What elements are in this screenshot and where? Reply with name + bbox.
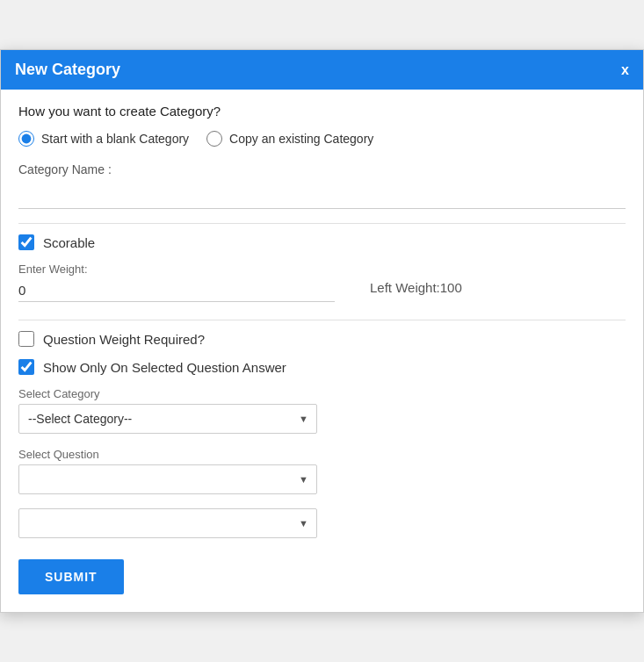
category-name-label: Category Name : [18, 162, 626, 176]
dialog-body: How you want to create Category? Start w… [1, 90, 643, 612]
enter-weight-label: Enter Weight: [18, 263, 335, 276]
select-question-label: Select Question [18, 448, 626, 461]
select-question-dropdown[interactable] [18, 464, 317, 494]
select-category-label: Select Category [18, 387, 626, 400]
blank-select-dropdown[interactable] [18, 508, 317, 538]
dialog-header: New Category x [1, 50, 643, 90]
question-weight-label: Question Weight Required? [43, 332, 205, 347]
section-divider-2 [18, 320, 626, 320]
scorable-checkbox[interactable] [18, 234, 34, 250]
show-only-row: Show Only On Selected Question Answer [18, 359, 626, 375]
question-weight-checkbox[interactable] [18, 331, 34, 347]
category-name-input[interactable] [18, 180, 626, 201]
question-text: How you want to create Category? [18, 104, 626, 119]
radio-blank[interactable] [18, 131, 34, 147]
select-category-dropdown[interactable]: --Select Category-- [18, 404, 317, 434]
section-divider [18, 223, 626, 224]
dialog-title: New Category [15, 61, 120, 79]
scorable-label: Scorable [43, 235, 95, 250]
left-weight-display: Left Weight:100 [370, 263, 462, 295]
radio-copy-option[interactable]: Copy an existing Category [206, 131, 373, 147]
select-category-wrapper: --Select Category-- [18, 404, 317, 434]
show-only-label: Show Only On Selected Question Answer [43, 360, 286, 375]
close-button[interactable]: x [621, 62, 629, 78]
new-category-dialog: New Category x How you want to create Ca… [0, 49, 644, 613]
question-weight-row: Question Weight Required? [18, 331, 626, 347]
select-question-section: Select Question [18, 448, 626, 494]
submit-button[interactable]: SUBMIT [18, 559, 124, 594]
weight-section: Enter Weight: Left Weight:100 [18, 263, 626, 302]
blank-select-wrapper [18, 508, 317, 538]
radio-group: Start with a blank Category Copy an exis… [18, 131, 626, 147]
scorable-row: Scorable [18, 234, 626, 250]
radio-blank-option[interactable]: Start with a blank Category [18, 131, 189, 147]
select-question-wrapper [18, 464, 317, 494]
select-category-section: Select Category --Select Category-- [18, 387, 626, 434]
category-name-section: Category Name : [18, 162, 626, 209]
show-only-checkbox[interactable] [18, 359, 34, 375]
weight-input-group: Enter Weight: [18, 263, 335, 302]
radio-copy[interactable] [206, 131, 222, 147]
submit-section: SUBMIT [18, 559, 626, 594]
radio-blank-label: Start with a blank Category [41, 132, 189, 146]
weight-input[interactable] [18, 279, 335, 302]
radio-copy-label: Copy an existing Category [229, 132, 373, 146]
